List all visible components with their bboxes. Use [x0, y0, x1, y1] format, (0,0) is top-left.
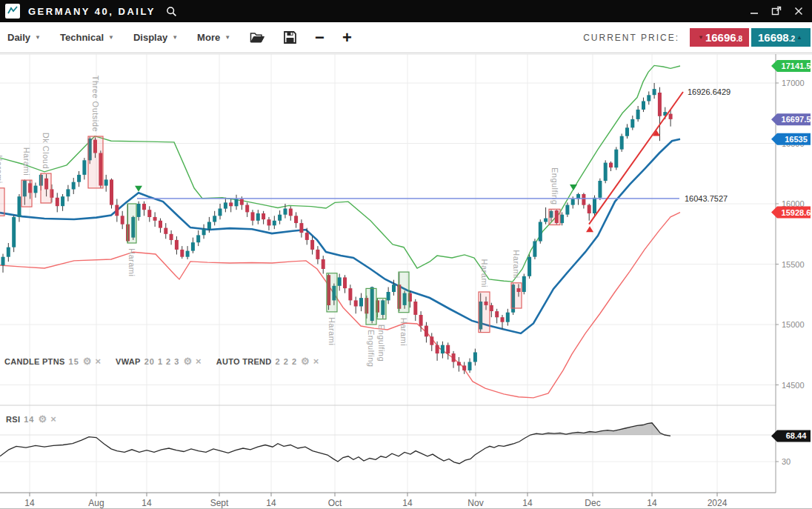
candle	[441, 345, 445, 353]
price-badge-value: 16535	[785, 135, 808, 144]
candle	[240, 199, 244, 205]
remove-indicator-icon[interactable]: ×	[313, 356, 319, 366]
close-button[interactable]	[794, 7, 803, 16]
candle	[110, 179, 113, 204]
candle	[653, 89, 656, 95]
chevron-down-icon: ▼	[172, 34, 178, 41]
save-button[interactable]	[283, 30, 297, 44]
indicator-auto-trend: AUTO TREND 2 2 2 ⚙ ×	[216, 356, 319, 366]
candle	[593, 198, 596, 213]
ask-price-badge: 16698 .2 ▲	[751, 28, 811, 47]
settings-gear-icon[interactable]: ⚙	[39, 414, 47, 424]
candle	[170, 234, 173, 240]
candle	[175, 240, 179, 250]
candle	[468, 362, 472, 370]
minimize-button[interactable]	[750, 7, 759, 16]
settings-gear-icon[interactable]: ⚙	[183, 356, 192, 366]
settings-gear-icon[interactable]: ⚙	[301, 356, 310, 366]
candle	[294, 216, 298, 223]
plus-icon: +	[342, 30, 352, 46]
symbol-search-button[interactable]	[166, 6, 177, 17]
candle	[609, 163, 613, 168]
candle	[642, 102, 645, 110]
candle	[235, 199, 239, 207]
pattern-box	[399, 272, 409, 313]
folder-open-icon	[250, 31, 265, 44]
indicator-params: 14	[24, 415, 34, 424]
zoom-in-button[interactable]: +	[342, 30, 352, 46]
pattern-label: Dk Cloud	[41, 133, 50, 169]
bid-price-int: 16696	[705, 31, 736, 44]
display-menu-label: Display	[133, 32, 167, 43]
chart-canvas[interactable]: HaramiHaramiDk CloudThree OutsideHaramiH…	[0, 54, 812, 509]
remove-indicator-icon[interactable]: ×	[95, 356, 101, 366]
time-tick-label: Sept	[210, 498, 229, 508]
time-tick-label: 14	[522, 498, 533, 508]
open-file-button[interactable]	[250, 31, 265, 44]
candle	[501, 317, 505, 322]
candle	[359, 298, 363, 306]
candle	[473, 353, 477, 362]
candle	[273, 221, 276, 226]
time-tick-label: 14	[266, 498, 276, 508]
technical-menu-label: Technical	[60, 32, 104, 43]
candle	[669, 114, 673, 119]
candle	[77, 175, 81, 182]
candle	[539, 222, 542, 242]
candle	[34, 186, 38, 193]
pattern-label: Three Outside	[91, 76, 100, 132]
indicator-name: VWAP	[116, 357, 141, 366]
candle	[430, 336, 433, 345]
candle	[147, 210, 151, 217]
candle	[66, 189, 70, 196]
indicator-params: 20 1 2 3	[144, 357, 180, 366]
candle	[544, 219, 548, 222]
more-menu-label: More	[197, 32, 220, 43]
candle	[186, 251, 190, 257]
support-line-value: 16043.7527	[685, 194, 728, 203]
technical-menu[interactable]: Technical ▼	[60, 32, 114, 43]
candle	[506, 313, 510, 322]
pattern-box	[366, 288, 376, 325]
candle	[159, 221, 162, 228]
candle	[72, 182, 76, 190]
candle	[338, 277, 342, 285]
candle	[387, 292, 390, 300]
candle	[1, 257, 5, 265]
pattern-box	[377, 299, 386, 319]
timeframe-menu[interactable]: Daily ▼	[7, 32, 41, 43]
candle	[571, 199, 575, 205]
pattern-label: Harami	[0, 155, 4, 183]
open-in-new-icon	[771, 6, 782, 16]
pattern-box	[549, 209, 560, 224]
candle	[658, 93, 662, 116]
pattern-box	[88, 136, 103, 188]
popout-button[interactable]	[771, 6, 782, 16]
pattern-label: Harami	[512, 250, 521, 278]
indicator-name: CANDLE PTNS	[4, 357, 65, 366]
candle	[348, 288, 352, 300]
price-tick-label: 17000	[782, 79, 805, 87]
more-menu[interactable]: More ▼	[197, 32, 230, 43]
candle	[614, 150, 618, 168]
pattern-box	[21, 180, 32, 207]
remove-indicator-icon[interactable]: ×	[196, 356, 202, 366]
candle	[207, 222, 211, 230]
candle	[392, 285, 396, 292]
time-tick-label: 14	[402, 498, 413, 508]
candle	[196, 235, 200, 242]
sell-signal-icon	[570, 184, 577, 190]
remove-indicator-icon[interactable]: ×	[50, 414, 56, 424]
zoom-out-button[interactable]: −	[315, 30, 325, 46]
candle	[56, 198, 59, 206]
settings-gear-icon[interactable]: ⚙	[83, 356, 92, 366]
candle	[310, 240, 314, 250]
time-tick-label: 14	[647, 498, 657, 508]
title-bar: GERMANY 40, DAILY	[0, 0, 812, 22]
display-menu[interactable]: Display ▼	[133, 32, 178, 43]
candle	[457, 362, 461, 366]
time-tick-label: 14	[142, 498, 152, 508]
pattern-label: Engulfing	[377, 325, 386, 362]
time-tick-label: Dec	[585, 498, 600, 508]
pattern-box	[0, 188, 4, 216]
